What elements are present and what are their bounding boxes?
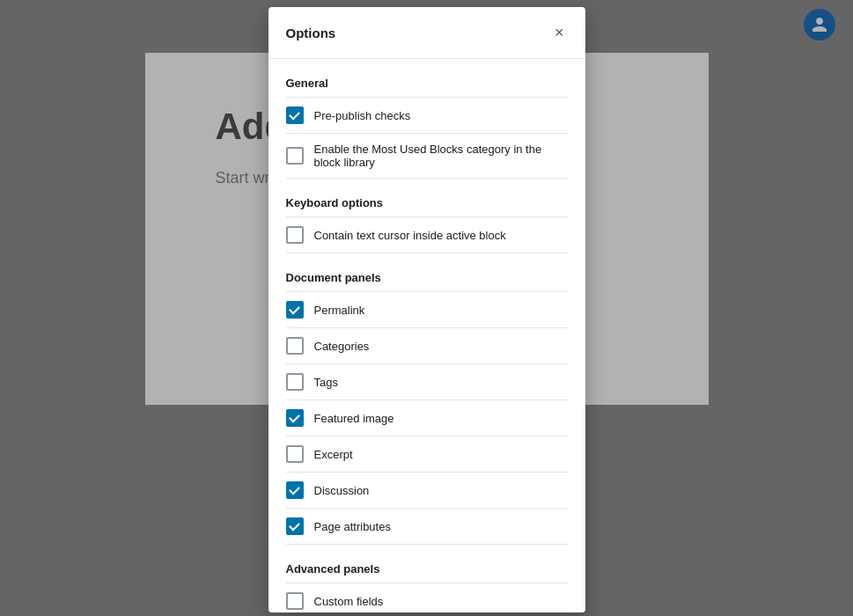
- checkbox-featured-image[interactable]: [286, 409, 304, 427]
- option-row-tags[interactable]: Tags: [286, 364, 568, 400]
- option-row-contain-cursor[interactable]: Contain text cursor inside active block: [286, 217, 568, 253]
- section-title-advanced-panels: Advanced panels: [286, 545, 568, 583]
- checkbox-excerpt[interactable]: [286, 445, 304, 463]
- section-title-general: General: [286, 59, 568, 98]
- close-button[interactable]: ×: [551, 21, 568, 44]
- option-label-page-attributes: Page attributes: [314, 520, 391, 533]
- section-title-document-panels: Document panels: [286, 253, 568, 292]
- checkbox-pre-publish[interactable]: [286, 106, 304, 124]
- checkbox-permalink[interactable]: [286, 301, 304, 319]
- option-label-tags: Tags: [314, 376, 338, 389]
- checkbox-categories[interactable]: [286, 337, 304, 355]
- option-label-custom-fields: Custom fields: [314, 595, 384, 608]
- options-modal: Options × GeneralPre-publish checksEnabl…: [268, 7, 585, 612]
- checkbox-page-attributes[interactable]: [286, 517, 304, 535]
- option-label-permalink: Permalink: [314, 304, 365, 317]
- option-row-permalink[interactable]: Permalink: [286, 292, 568, 328]
- option-row-custom-fields[interactable]: Custom fields: [286, 583, 568, 612]
- option-row-categories[interactable]: Categories: [286, 328, 568, 364]
- option-row-excerpt[interactable]: Excerpt: [286, 436, 568, 473]
- option-label-categories: Categories: [314, 340, 370, 353]
- modal-body: GeneralPre-publish checksEnable the Most…: [268, 59, 585, 612]
- checkbox-most-used-blocks[interactable]: [286, 147, 304, 165]
- modal-title: Options: [286, 26, 336, 40]
- option-row-pre-publish[interactable]: Pre-publish checks: [286, 98, 568, 134]
- option-row-featured-image[interactable]: Featured image: [286, 400, 568, 436]
- checkbox-contain-cursor[interactable]: [286, 226, 304, 244]
- checkbox-discussion[interactable]: [286, 481, 304, 499]
- option-row-most-used-blocks[interactable]: Enable the Most Used Blocks category in …: [286, 134, 568, 179]
- option-label-discussion: Discussion: [314, 484, 370, 497]
- option-label-most-used-blocks: Enable the Most Used Blocks category in …: [314, 143, 568, 169]
- modal-header: Options ×: [268, 7, 585, 59]
- option-row-page-attributes[interactable]: Page attributes: [286, 509, 568, 545]
- checkbox-tags[interactable]: [286, 373, 304, 391]
- option-label-featured-image: Featured image: [314, 412, 394, 425]
- section-title-keyboard-options: Keyboard options: [286, 179, 568, 217]
- option-row-discussion[interactable]: Discussion: [286, 473, 568, 509]
- option-label-contain-cursor: Contain text cursor inside active block: [314, 229, 506, 242]
- option-label-excerpt: Excerpt: [314, 448, 353, 461]
- option-label-pre-publish: Pre-publish checks: [314, 109, 411, 122]
- checkbox-custom-fields[interactable]: [286, 592, 304, 610]
